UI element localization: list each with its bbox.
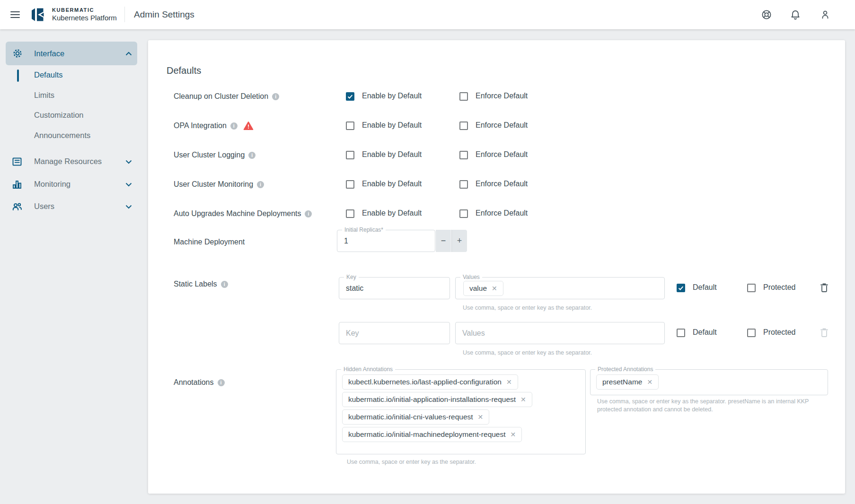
protected-annotations-hint: Use comma, space or enter key as the sep… bbox=[597, 398, 826, 413]
remove-chip-icon[interactable] bbox=[511, 431, 516, 438]
field-label: Protected Annotations bbox=[595, 366, 655, 373]
row-label-cleanup: Cleanup on Cluster Deletion bbox=[174, 91, 279, 102]
active-indicator bbox=[17, 70, 19, 82]
chevron-up-icon bbox=[125, 52, 132, 56]
remove-chip-icon[interactable] bbox=[520, 396, 526, 403]
enable-by-default-checkbox[interactable] bbox=[346, 151, 354, 159]
separator-hint: Use comma, space or enter key as the sep… bbox=[347, 458, 476, 466]
row-label-annotations: Annotations bbox=[174, 377, 225, 388]
enforce-label: Enforce Default bbox=[476, 92, 528, 101]
annotation-chip[interactable]: presetName bbox=[596, 374, 659, 390]
info-icon bbox=[305, 210, 312, 217]
field-label: Values bbox=[460, 274, 482, 281]
key-placeholder: Key bbox=[346, 322, 359, 344]
enforce-default-checkbox[interactable] bbox=[459, 122, 468, 130]
annotation-chip[interactable]: kubermatic.io/initial-machinedeployment-… bbox=[342, 427, 522, 442]
sidebar-item-label: Users bbox=[34, 202, 54, 211]
brand-name: KUBERMATIC bbox=[52, 7, 117, 13]
row-label-static-labels: Static Labels bbox=[174, 279, 228, 289]
delete-row-icon[interactable] bbox=[820, 282, 829, 293]
enable-label: Enable by Default bbox=[362, 150, 422, 160]
remove-chip-icon[interactable] bbox=[647, 378, 652, 386]
value-chip[interactable]: value bbox=[463, 281, 503, 296]
static-label-key-input[interactable]: Key static bbox=[339, 277, 450, 299]
increment-button[interactable]: + bbox=[451, 230, 467, 252]
row-label-auto-upgrades: Auto Upgrades Machine Deployments bbox=[174, 209, 312, 219]
menu-icon[interactable] bbox=[10, 11, 20, 18]
enable-by-default-checkbox[interactable] bbox=[346, 122, 354, 130]
gear-icon bbox=[12, 48, 23, 59]
notifications-icon[interactable] bbox=[790, 9, 801, 20]
initial-replicas-field[interactable]: Initial Replicas* 1 bbox=[337, 230, 435, 252]
values-placeholder: Values bbox=[462, 322, 485, 344]
sidebar-item-users[interactable]: Users bbox=[0, 201, 142, 212]
protected-checkbox[interactable] bbox=[747, 329, 756, 337]
annotation-chip[interactable]: kubectl.kubernetes.io/last-applied-confi… bbox=[342, 374, 518, 390]
field-label: Hidden Annotations bbox=[341, 366, 395, 373]
enforce-default-checkbox[interactable] bbox=[459, 151, 468, 159]
field-label: Initial Replicas* bbox=[342, 226, 386, 234]
hidden-annotations-input[interactable]: Hidden Annotations kubectl.kubernetes.io… bbox=[336, 369, 586, 454]
page-title: Admin Settings bbox=[134, 9, 194, 20]
protected-label: Protected bbox=[763, 283, 795, 293]
default-label: Default bbox=[693, 328, 717, 338]
sidebar-item-announcements[interactable]: Announcements bbox=[34, 131, 90, 140]
header-divider bbox=[124, 7, 125, 22]
help-icon[interactable] bbox=[761, 9, 772, 20]
sidebar-item-limits[interactable]: Limits bbox=[34, 91, 54, 100]
row-label-monitoring: User Cluster Monitoring bbox=[174, 179, 264, 190]
enable-label: Enable by Default bbox=[362, 121, 422, 130]
enforce-default-checkbox[interactable] bbox=[459, 209, 468, 218]
row-label-machine-deployment: Machine Deployment bbox=[174, 237, 245, 247]
protected-annotations-input[interactable]: Protected Annotations presetName bbox=[590, 369, 828, 395]
static-label-values-input[interactable]: Values bbox=[455, 322, 665, 344]
info-icon bbox=[230, 122, 238, 130]
users-icon bbox=[12, 201, 22, 212]
annotation-chip[interactable]: kubermatic.io/initial-application-instal… bbox=[342, 392, 532, 407]
annotation-chip[interactable]: kubermatic.io/initial-cni-values-request bbox=[342, 409, 489, 425]
remove-chip-icon[interactable] bbox=[506, 378, 512, 386]
separator-hint: Use comma, space or enter key as the sep… bbox=[463, 304, 592, 312]
remove-chip-icon[interactable] bbox=[492, 285, 497, 292]
sidebar-item-customization[interactable]: Customization bbox=[34, 111, 84, 120]
warning-icon bbox=[243, 121, 254, 130]
protected-label: Protected bbox=[763, 328, 795, 338]
enforce-default-checkbox[interactable] bbox=[459, 92, 468, 101]
row-label-opa: OPA Integration bbox=[174, 121, 254, 131]
static-label-values-input[interactable]: Values value bbox=[455, 277, 665, 299]
enforce-label: Enforce Default bbox=[476, 209, 528, 218]
enable-by-default-checkbox[interactable] bbox=[346, 92, 354, 101]
default-label: Default bbox=[693, 283, 717, 293]
protected-checkbox[interactable] bbox=[747, 284, 756, 292]
enable-label: Enable by Default bbox=[362, 180, 422, 189]
static-label-key-input[interactable]: Key bbox=[339, 322, 450, 344]
enable-label: Enable by Default bbox=[362, 92, 422, 101]
default-checkbox[interactable] bbox=[677, 329, 685, 337]
sidebar-item-monitoring[interactable]: Monitoring bbox=[0, 179, 142, 190]
sidebar-item-interface[interactable]: Interface bbox=[6, 42, 137, 65]
initial-replicas-value: 1 bbox=[344, 230, 348, 252]
enable-by-default-checkbox[interactable] bbox=[346, 180, 354, 189]
row-label-logging: User Cluster Logging bbox=[174, 150, 256, 160]
enable-label: Enable by Default bbox=[362, 209, 422, 218]
remove-chip-icon[interactable] bbox=[478, 413, 484, 421]
chevron-down-icon bbox=[125, 182, 132, 187]
default-checkbox[interactable] bbox=[677, 284, 685, 292]
brand: KUBERMATIC Kubernetes Platform bbox=[52, 7, 117, 22]
enable-by-default-checkbox[interactable] bbox=[346, 209, 354, 218]
info-icon bbox=[218, 379, 225, 386]
user-icon[interactable] bbox=[820, 9, 831, 20]
sidebar-item-defaults[interactable]: Defaults bbox=[34, 70, 63, 80]
app-header: KUBERMATIC Kubernetes Platform Admin Set… bbox=[0, 0, 855, 29]
sidebar-item-label: Monitoring bbox=[34, 180, 71, 189]
chevron-down-icon bbox=[125, 160, 132, 164]
brand-product: Kubernetes Platform bbox=[52, 14, 117, 22]
enforce-default-checkbox[interactable] bbox=[459, 180, 468, 189]
info-icon bbox=[221, 281, 228, 288]
key-value: static bbox=[346, 278, 363, 299]
info-icon bbox=[257, 181, 264, 188]
info-icon bbox=[248, 152, 256, 159]
enforce-label: Enforce Default bbox=[476, 150, 528, 160]
sidebar-item-manage-resources[interactable]: Manage Resources bbox=[0, 156, 142, 167]
decrement-button[interactable]: − bbox=[436, 230, 451, 252]
